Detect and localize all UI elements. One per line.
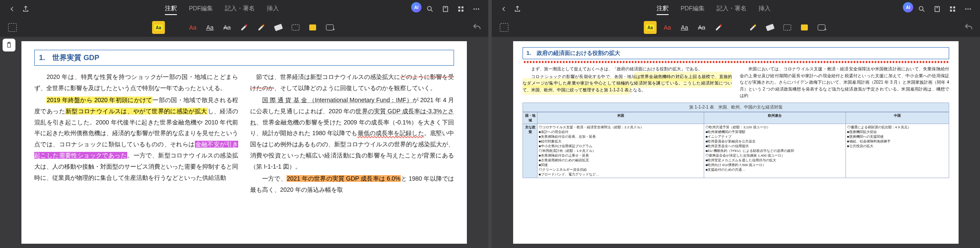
pen-tool-alt[interactable] bbox=[255, 21, 268, 34]
paragraph: 2019 年終盤から 2020 年初頭にかけて一部の国・地域で散見される程度であ… bbox=[34, 95, 238, 184]
sticky-note-tool[interactable] bbox=[306, 21, 319, 34]
svg-rect-5 bbox=[462, 10, 464, 12]
table-header: 欧州連合 bbox=[704, 112, 846, 124]
svg-rect-1 bbox=[443, 6, 448, 12]
highlight-yellow: 2019 年終盤から 2020 年初頭にかけて bbox=[46, 97, 152, 103]
svg-point-6 bbox=[473, 9, 475, 10]
table-cell: ◎欧州共通予算（総額：3,120 億ユーロ）■欧州保健機関の予算増額■イニシアテ… bbox=[704, 124, 846, 178]
svg-rect-2 bbox=[458, 6, 460, 9]
wavy-underline-red bbox=[523, 61, 949, 63]
column-right: 米国においては、コロナウイルス支援・救済・経済安全保障法や米国救済計画において、… bbox=[740, 66, 949, 100]
underline-tool[interactable]: Aa bbox=[203, 21, 216, 34]
table-row-header: 主な政策 bbox=[523, 124, 538, 178]
tab-pdf-edit[interactable]: PDF編集 bbox=[681, 3, 705, 15]
text-color-tool[interactable]: Aa bbox=[186, 21, 199, 34]
svg-rect-4 bbox=[458, 10, 460, 12]
svg-point-19 bbox=[970, 9, 971, 10]
tab-insert[interactable]: 挿入 bbox=[267, 3, 279, 15]
paragraph: 一方で、2021 年の世界の実質 GDP 成長率は 6.0%と 1980 年以降… bbox=[250, 173, 454, 196]
paragraph: 米国においては、コロナウイルス支援・救済・経済安全保障法や米国救済計画において、… bbox=[740, 66, 949, 99]
underline: 国 際 通 貨 基 金 （International Monetary Fund… bbox=[262, 97, 412, 103]
tab-annotate[interactable]: 注釈 bbox=[165, 3, 177, 15]
table-header: 国・地域 bbox=[523, 112, 538, 124]
table-cell: ◎コロナウイルス支援・救済・経済安全保障法（総額：2.2 兆ドル）■家計への現金… bbox=[538, 124, 704, 178]
undo-icon[interactable] bbox=[472, 22, 482, 33]
back-icon[interactable] bbox=[5, 2, 19, 16]
svg-point-17 bbox=[965, 9, 966, 10]
tab-annotate[interactable]: 注釈 bbox=[657, 3, 669, 15]
underline-tool[interactable]: Aa bbox=[678, 21, 691, 34]
svg-rect-14 bbox=[953, 6, 956, 9]
back-icon[interactable] bbox=[497, 2, 511, 16]
table-title: 第 1-1-2-1 表 米国、欧州、中国の主な経済対策 bbox=[523, 103, 949, 112]
search-icon[interactable] bbox=[423, 2, 437, 16]
highlight-tool-selected[interactable]: Aa bbox=[644, 21, 657, 34]
svg-point-7 bbox=[476, 9, 477, 10]
table-cell: ◎優遇による税財源の拡出額：4.9 兆元）■医療機関拡大切迫■医療機関への支援関… bbox=[846, 124, 949, 178]
paragraph: まず、第一潮流として捉えておくべきは、「政府の経済面における役割の拡大」である。 bbox=[523, 66, 732, 73]
paragraph: コロナショックの影響が長期化する中で、各国・地域は世界金融危機時の対応を上回る規… bbox=[523, 73, 732, 94]
pdf-page: 1. 世界実質 GDP 2020 年は、特異な性質を持つショックが一部の国・地域… bbox=[21, 41, 467, 244]
more-icon[interactable] bbox=[469, 2, 483, 16]
page-area[interactable]: 1. 政府の経済面における役割の拡大 まず、第一潮流として捉えておくべきは、「政… bbox=[492, 37, 980, 248]
annotation-toolbar: Aa Aa Aa Aa bbox=[0, 18, 488, 37]
tab-fill-sign[interactable]: 記入・署名 bbox=[717, 3, 747, 15]
svg-point-0 bbox=[427, 6, 431, 10]
grid-icon[interactable] bbox=[454, 2, 468, 16]
shape-tool[interactable] bbox=[781, 21, 794, 34]
table-header: 中国 bbox=[846, 112, 949, 124]
shape-tool[interactable] bbox=[289, 21, 302, 34]
tab-insert[interactable]: 挿入 bbox=[759, 3, 771, 15]
clipboard-floating-icon[interactable] bbox=[3, 39, 15, 51]
pen-tool-yellow[interactable] bbox=[747, 21, 759, 34]
eraser-tool[interactable] bbox=[764, 21, 777, 34]
circle-color-tool[interactable] bbox=[169, 21, 182, 34]
page-area[interactable]: 1. 世界実質 GDP 2020 年は、特異な性質を持つショックが一部の国・地域… bbox=[0, 37, 488, 248]
table-header: 米国 bbox=[538, 112, 704, 124]
topbar: 注釈 PDF編集 記入・署名 挿入 AI bbox=[492, 0, 980, 18]
column-left: 2020 年は、特異な性質を持つショックが一部の国・地域にとどまらず、全世界に影… bbox=[34, 72, 238, 197]
ai-badge[interactable]: AI bbox=[903, 2, 913, 12]
pen-tool-red[interactable] bbox=[712, 21, 725, 34]
more-icon[interactable] bbox=[961, 2, 975, 16]
tab-pdf-edit[interactable]: PDF編集 bbox=[189, 3, 213, 15]
grid-icon[interactable] bbox=[946, 2, 959, 16]
share-icon[interactable] bbox=[19, 2, 33, 16]
strikethrough-tool[interactable]: Aa bbox=[221, 21, 233, 34]
search-icon[interactable] bbox=[915, 2, 929, 16]
paragraph: 国 際 通 貨 基 金 （International Monetary Fund… bbox=[250, 95, 454, 172]
select-area-icon[interactable] bbox=[498, 21, 511, 34]
highlight-tool-selected[interactable]: Aa bbox=[152, 21, 165, 34]
highlight-yellow: 新型コロナウイルスは、やがて世界的に感染が拡大 bbox=[65, 108, 208, 115]
policy-table: 国・地域 米国 欧州連合 中国 主な政策 ◎コロナウイルス支援・救済・経済安全保… bbox=[523, 112, 949, 178]
underline-wavy: 最低の成長率を記録した bbox=[358, 130, 424, 136]
sticky-note-tool[interactable] bbox=[798, 21, 811, 34]
svg-rect-13 bbox=[950, 6, 952, 9]
highlight-orange: 2021 年の世界の実質 GDP 成長率は 6.0% bbox=[287, 175, 401, 182]
stamp-tool[interactable] bbox=[815, 21, 828, 34]
share-icon[interactable] bbox=[511, 2, 524, 16]
svg-rect-15 bbox=[950, 10, 952, 12]
bookmark-icon[interactable] bbox=[930, 2, 944, 16]
select-area-icon[interactable] bbox=[6, 21, 19, 34]
column-right: 節では、世界経済は新型コロナウイルスの感染拡大にどのように影響を受けたのか、そし… bbox=[250, 72, 454, 197]
svg-rect-16 bbox=[953, 10, 956, 12]
svg-rect-12 bbox=[935, 6, 940, 12]
pen-tool-red[interactable] bbox=[238, 21, 251, 34]
column-left: まず、第一潮流として捉えておくべきは、「政府の経済面における役割の拡大」である。… bbox=[523, 66, 732, 100]
svg-point-18 bbox=[968, 9, 969, 10]
section-heading: 1. 世界実質 GDP bbox=[34, 50, 454, 66]
eraser-tool[interactable] bbox=[272, 21, 285, 34]
bookmark-icon[interactable] bbox=[439, 2, 452, 16]
stamp-tool[interactable] bbox=[323, 21, 336, 34]
ai-badge[interactable]: AI bbox=[411, 2, 421, 12]
strikethrough-tool[interactable]: Aa bbox=[695, 21, 708, 34]
svg-point-8 bbox=[478, 9, 479, 10]
paragraph: 2020 年は、特異な性質を持つショックが一部の国・地域にとどまらず、全世界に影… bbox=[34, 72, 238, 94]
topbar: 注釈 PDF編集 記入・署名 挿入 AI bbox=[0, 0, 488, 18]
circle-color-tool[interactable] bbox=[729, 21, 742, 34]
tab-fill-sign[interactable]: 記入・署名 bbox=[225, 3, 255, 15]
annotation-toolbar: Aa Aa Aa Aa bbox=[492, 18, 980, 37]
text-color-tool[interactable]: Aa bbox=[661, 21, 674, 34]
undo-icon[interactable] bbox=[964, 22, 974, 33]
